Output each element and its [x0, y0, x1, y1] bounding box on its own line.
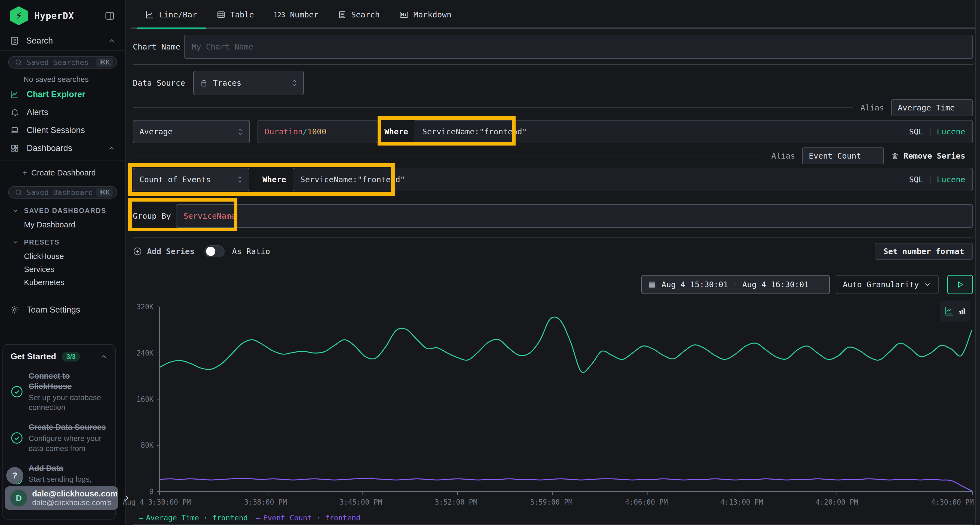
- step-title: Connect to ClickHouse: [29, 371, 108, 392]
- alias-label: Alias: [772, 151, 795, 160]
- chevron-up-icon: [108, 144, 115, 152]
- as-ratio-toggle[interactable]: [204, 245, 224, 257]
- section-saved-dashboards[interactable]: SAVED DASHBOARDS: [0, 203, 125, 218]
- sql-toggle[interactable]: SQL: [909, 175, 923, 184]
- select-chevrons-icon: [237, 176, 243, 183]
- group-by-row: Group By ServiceName: [133, 204, 973, 228]
- alias-row-2: Alias Event Count Remove Series: [133, 148, 973, 164]
- x-tick-label: 4:20:00 PM: [816, 498, 858, 506]
- sidebar-item-preset-clickhouse[interactable]: ClickHouse: [0, 250, 125, 263]
- saved-dashboards-input[interactable]: ⌘K: [8, 186, 117, 198]
- tab-label: Line/Bar: [159, 10, 197, 19]
- get-started-step[interactable]: Connect to ClickHouseSet up your databas…: [11, 371, 108, 412]
- scrollbar-track[interactable]: [975, 0, 980, 525]
- add-series-button[interactable]: Add Series: [133, 247, 195, 256]
- tab-markdown[interactable]: Markdown: [391, 0, 460, 29]
- sidebar-item-alerts[interactable]: Alerts: [0, 103, 125, 121]
- y-axis-labels: 320K240K160K80K0: [133, 306, 157, 496]
- bar-chart-toggle-icon[interactable]: [958, 307, 966, 315]
- divider: [133, 238, 973, 238]
- data-source-label: Data Source: [133, 78, 193, 87]
- play-icon: [956, 281, 964, 288]
- x-tick-label: 4:06:00 PM: [625, 498, 668, 506]
- select-chevrons-icon: [291, 79, 297, 87]
- series-line-event-count: [159, 478, 972, 491]
- sidebar-item-label: Client Sessions: [27, 125, 85, 135]
- divider: [0, 160, 125, 160]
- tab-table[interactable]: Table: [208, 0, 263, 29]
- group-by-input[interactable]: ServiceName: [176, 204, 973, 228]
- granularity-select[interactable]: Auto Granularity: [836, 275, 939, 294]
- alias-label: Alias: [861, 103, 884, 113]
- chart-name-input[interactable]: [184, 35, 973, 59]
- data-source-select[interactable]: Traces: [193, 71, 304, 95]
- chart-editor: Chart Name Data Source Traces: [126, 29, 980, 525]
- search-icon: [15, 59, 22, 66]
- get-started-progress-badge: 3/3: [62, 352, 80, 362]
- lucene-toggle[interactable]: Lucene: [937, 175, 965, 184]
- where-input-2[interactable]: ServiceName:"frontend" SQL | Lucene: [293, 168, 973, 191]
- y-tick-label: 0: [149, 487, 154, 496]
- sidebar-item-client-sessions[interactable]: Client Sessions: [0, 121, 125, 139]
- create-dashboard-label: Create Dashboard: [31, 168, 96, 178]
- sidebar-item-preset-kubernetes[interactable]: Kubernetes: [0, 276, 125, 289]
- tab-number[interactable]: 123Number: [265, 0, 327, 29]
- data-source-value: Traces: [213, 78, 242, 87]
- step-description: Set up your database connection: [29, 393, 108, 413]
- where-input-1[interactable]: ServiceName:"frontend" SQL | Lucene: [415, 120, 973, 143]
- aggfn-select-2[interactable]: Count of Events: [133, 168, 249, 191]
- tab-label: Number: [290, 10, 318, 19]
- list-icon: [338, 11, 346, 19]
- aggfn-select-1[interactable]: Average: [133, 120, 250, 143]
- x-tick-label: 3:59:00 PM: [530, 498, 573, 506]
- line-chart-toggle-icon[interactable]: [945, 306, 953, 316]
- user-menu[interactable]: D dale@clickhouse.com dale@clickhouse.co…: [5, 486, 118, 510]
- remove-series-button[interactable]: Remove Series: [891, 151, 965, 160]
- sidebar-item-search[interactable]: Search: [0, 32, 125, 51]
- sidebar-item-chart-explorer[interactable]: Chart Explorer: [0, 86, 125, 103]
- get-started-step[interactable]: Create Data SourcesConfigure where your …: [11, 422, 108, 454]
- help-button[interactable]: ?: [6, 467, 23, 484]
- line-chart[interactable]: [157, 306, 973, 496]
- sql-toggle[interactable]: SQL: [909, 127, 923, 136]
- saved-searches-input[interactable]: ⌘K: [8, 56, 117, 68]
- aggfn-value: Count of Events: [139, 175, 211, 184]
- chevron-down-icon: [923, 281, 932, 289]
- sidebar-item-dashboards[interactable]: Dashboards: [0, 139, 125, 157]
- x-tick-label: 4:30:00 PM: [931, 498, 974, 506]
- tab-search[interactable]: Search: [329, 0, 388, 29]
- sidebar-item-label: Team Settings: [27, 305, 80, 315]
- field-input-1[interactable]: Duration/1000: [258, 120, 377, 143]
- x-tick-label: 3:52:00 PM: [435, 498, 477, 506]
- main-area: Line/BarTable123NumberSearchMarkdown Cha…: [126, 0, 980, 525]
- run-query-button[interactable]: [947, 275, 973, 294]
- y-tick-label: 80K: [141, 441, 154, 449]
- alias-input-2[interactable]: Event Count: [802, 148, 884, 164]
- chevron-up-icon[interactable]: [100, 353, 108, 360]
- saved-dashboards-field[interactable]: [27, 188, 92, 197]
- sidebar-collapse-icon[interactable]: [104, 11, 115, 21]
- database-icon: [200, 79, 208, 87]
- sidebar-item-team-settings[interactable]: Team Settings: [0, 301, 125, 319]
- saved-searches-field[interactable]: [27, 58, 92, 67]
- sidebar-item-preset-services[interactable]: Services: [0, 263, 125, 276]
- legend-entry[interactable]: —Event Count · frontend: [256, 514, 360, 522]
- section-presets[interactable]: PRESETS: [0, 235, 125, 250]
- legend-entry[interactable]: —Average Time · frontend: [139, 514, 248, 522]
- search-section-label: Search: [26, 36, 53, 46]
- set-number-format-button[interactable]: Set number format: [875, 243, 973, 260]
- date-range-picker[interactable]: Aug 4 15:30:01 - Aug 4 16:30:01: [641, 275, 830, 294]
- plus-circle-icon: [133, 247, 142, 256]
- sidebar-item-my-dashboard[interactable]: My Dashboard: [0, 218, 125, 231]
- create-dashboard-button[interactable]: + Create Dashboard: [0, 165, 125, 181]
- group-by-label: Group By: [133, 211, 176, 220]
- divider: [133, 108, 853, 108]
- lucene-toggle[interactable]: Lucene: [937, 127, 965, 136]
- get-started-steps: Connect to ClickHouseSet up your databas…: [11, 371, 108, 495]
- legend-dash-icon: —: [256, 514, 260, 522]
- check-circle-icon: [11, 385, 23, 398]
- alias-input-1[interactable]: Average Time: [891, 99, 973, 116]
- section-label: SAVED DASHBOARDS: [24, 207, 106, 215]
- chart-name-row: Chart Name: [133, 35, 973, 59]
- tab-line-bar[interactable]: Line/Bar: [137, 0, 206, 29]
